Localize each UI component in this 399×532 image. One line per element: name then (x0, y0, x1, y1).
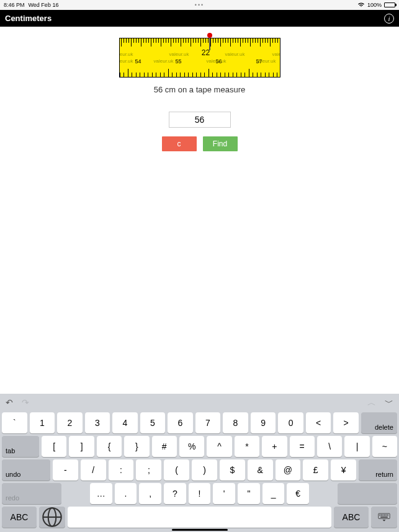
key-abc[interactable]: ABC (334, 507, 369, 528)
home-indicator[interactable] (172, 529, 228, 531)
key-5[interactable]: 5 (140, 412, 166, 433)
find-button[interactable]: Find (203, 136, 238, 151)
battery-pct: 100% (367, 2, 382, 8)
content: valeur.ukvaleur.ukvaleur.ukvaleur.uk22 5… (0, 27, 399, 151)
key-undo[interactable]: undo (2, 459, 50, 481)
key-[interactable]: / (81, 459, 106, 481)
key-[interactable]: ` (2, 412, 27, 433)
key-8[interactable]: 8 (223, 412, 248, 433)
status-time: 8:46 PM (4, 2, 25, 8)
tape-caption: 56 cm on a tape measure (0, 85, 399, 94)
key-1[interactable]: 1 (30, 412, 55, 433)
key-[interactable]: _ (262, 483, 285, 504)
key-[interactable]: # (152, 436, 177, 457)
key-[interactable]: | (344, 436, 369, 457)
svg-rect-6 (383, 515, 384, 516)
svg-rect-7 (384, 515, 385, 516)
key-[interactable]: £ (303, 459, 328, 481)
key-[interactable]: $ (220, 459, 245, 481)
key-[interactable]: ; (136, 459, 161, 481)
collapse-up-icon[interactable]: ︿ (367, 397, 376, 409)
key-[interactable]: + (262, 436, 287, 457)
key-3[interactable]: 3 (85, 412, 110, 433)
shift-key[interactable] (338, 483, 397, 504)
svg-rect-10 (380, 516, 388, 518)
key-[interactable]: ^ (207, 436, 231, 457)
key-[interactable]: < (306, 412, 331, 433)
key-[interactable]: [ (42, 436, 66, 457)
key-[interactable]: ¥ (331, 459, 356, 481)
key-redo[interactable]: redo (2, 483, 61, 504)
key-[interactable]: & (248, 459, 273, 481)
status-date: Wed Feb 16 (29, 2, 59, 8)
redo-arrow-icon[interactable]: ↷ (22, 397, 29, 409)
key-[interactable]: , (139, 483, 161, 504)
wifi-icon (357, 2, 365, 9)
key-4[interactable]: 4 (112, 412, 138, 433)
key-abc[interactable]: ABC (2, 507, 37, 528)
page-title: Centimeters (5, 14, 52, 23)
key-0[interactable]: 0 (278, 412, 303, 433)
clear-button[interactable]: c (162, 136, 197, 151)
multitask-dots: ••• (195, 2, 204, 8)
battery-icon (384, 2, 395, 7)
key-[interactable]: } (124, 436, 149, 457)
key-[interactable]: % (179, 436, 204, 457)
key-[interactable]: = (290, 436, 315, 457)
key-[interactable]: ' (213, 483, 235, 504)
key-[interactable]: > (333, 412, 359, 433)
space-key[interactable] (68, 507, 331, 528)
key-[interactable]: … (90, 483, 112, 504)
key-[interactable]: { (97, 436, 122, 457)
key-[interactable]: : (109, 459, 134, 481)
svg-rect-8 (386, 515, 387, 516)
key-[interactable]: ( (164, 459, 189, 481)
key-[interactable]: * (235, 436, 259, 457)
collapse-down-icon[interactable]: ﹀ (385, 397, 393, 409)
undo-arrow-icon[interactable]: ↶ (6, 397, 13, 409)
key-tab[interactable]: tab (2, 436, 39, 457)
marker-pin-icon (207, 33, 212, 50)
key-7[interactable]: 7 (195, 412, 221, 433)
key-9[interactable]: 9 (251, 412, 276, 433)
key-[interactable]: ] (69, 436, 94, 457)
nav-bar: Centimeters i (0, 10, 399, 27)
key-[interactable]: @ (276, 459, 301, 481)
key-2[interactable]: 2 (57, 412, 83, 433)
svg-rect-9 (387, 515, 388, 516)
key-[interactable]: € (287, 483, 309, 504)
key-return[interactable]: return (359, 459, 397, 481)
status-bar: 8:46 PM Wed Feb 16 ••• 100% (0, 0, 399, 10)
key-[interactable]: " (238, 483, 260, 504)
key-[interactable]: ~ (372, 436, 397, 457)
key-[interactable]: - (53, 459, 78, 481)
value-input[interactable] (169, 112, 231, 128)
info-icon[interactable]: i (384, 14, 394, 24)
hide-keyboard-key[interactable] (371, 507, 397, 528)
key-[interactable]: . (115, 483, 137, 504)
key-[interactable]: ! (189, 483, 211, 504)
keyboard: ↶ ↷ ︿ ﹀ `1234567890<>delete tab[]{}#%^*+… (0, 394, 399, 532)
tape-measure: valeur.ukvaleur.ukvaleur.ukvaleur.uk22 5… (119, 38, 280, 78)
key-[interactable]: \ (317, 436, 342, 457)
key-[interactable]: ) (192, 459, 217, 481)
svg-rect-5 (381, 515, 382, 516)
svg-rect-3 (379, 513, 390, 518)
key-[interactable]: ? (164, 483, 186, 504)
globe-key[interactable] (39, 507, 65, 528)
key-6[interactable]: 6 (168, 412, 193, 433)
key-delete[interactable]: delete (361, 412, 397, 433)
svg-rect-4 (380, 515, 381, 516)
